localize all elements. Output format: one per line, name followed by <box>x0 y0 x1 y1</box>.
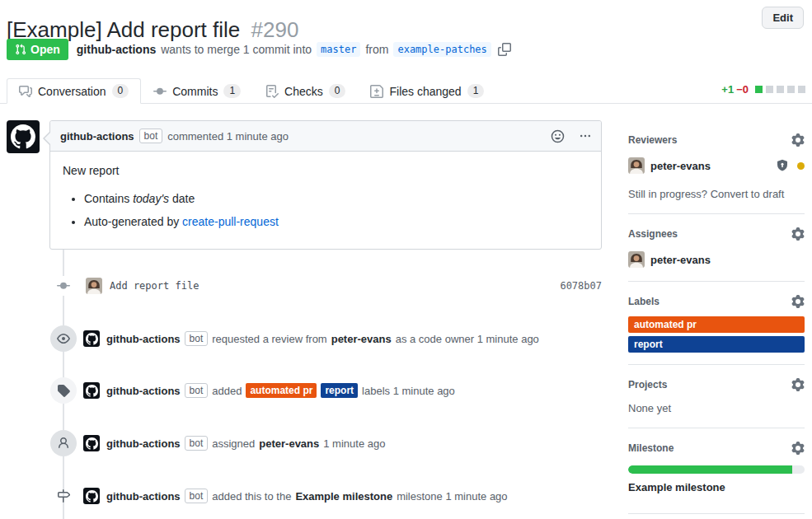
gear-icon[interactable] <box>791 378 805 391</box>
pr-sidebar: Reviewers peter-evans Still in progress?… <box>628 133 805 519</box>
timeline-event-labels-added: github-actions bot added automated pr re… <box>0 377 602 404</box>
bot-badge: bot <box>139 129 163 143</box>
assignee-name[interactable]: peter-evans <box>650 254 711 266</box>
event-text: milestone 1 minute ago <box>397 490 507 503</box>
gear-icon[interactable] <box>791 442 805 455</box>
pr-state-label: Open <box>31 43 60 56</box>
comment-header: github-actions bot commented 1 minute ag… <box>50 121 601 152</box>
copy-icon <box>498 43 511 56</box>
avatar[interactable] <box>7 120 40 153</box>
tab-files-changed[interactable]: Files changed 1 <box>358 78 496 104</box>
file-diff-icon <box>370 85 383 98</box>
pr-tabnav: Conversation 0 Commits 1 Checks 0 Files … <box>0 78 812 104</box>
tab-label: Conversation <box>38 85 106 98</box>
event-actor[interactable]: github-actions <box>106 437 181 450</box>
bot-badge: bot <box>185 383 209 398</box>
emoji-reaction-button[interactable] <box>551 129 565 143</box>
copy-branch-button[interactable] <box>496 43 513 56</box>
reviewers-title: Reviewers <box>628 134 677 146</box>
tab-checks[interactable]: Checks 0 <box>253 78 358 104</box>
diffstat-block <box>777 86 784 93</box>
avatar[interactable] <box>83 488 100 504</box>
merge-text: wants to merge 1 commit into <box>161 43 312 56</box>
edit-button[interactable]: Edit <box>762 7 804 29</box>
base-branch-label[interactable]: master <box>317 42 360 57</box>
event-subject[interactable]: peter-evans <box>259 437 319 450</box>
tab-counter: 0 <box>112 84 129 98</box>
commit-row: Add report file 6078b07 <box>0 274 602 297</box>
diffstat-block <box>798 86 805 93</box>
person-icon <box>50 430 77 456</box>
comment-author[interactable]: github-actions <box>60 130 134 143</box>
label-automated-pr[interactable]: automated pr <box>628 316 805 333</box>
diffstat-deletions: −0 <box>736 83 749 96</box>
bullet-text: date <box>172 192 195 205</box>
code-owner-shield-icon <box>776 159 789 172</box>
avatar[interactable] <box>83 382 100 399</box>
sidebar-section-projects: Projects None yet <box>628 378 805 428</box>
comment-intro: New report <box>63 164 589 177</box>
event-text: added <box>212 385 242 397</box>
event-subject[interactable]: peter-evans <box>331 333 392 345</box>
tab-counter: 1 <box>223 84 241 98</box>
avatar[interactable] <box>628 251 645 268</box>
diffstat-block <box>787 86 795 93</box>
label-report[interactable]: report <box>321 383 358 398</box>
projects-title: Projects <box>628 379 667 390</box>
event-actor[interactable]: github-actions <box>106 333 181 345</box>
bullet-emphasis: today's <box>133 192 169 205</box>
tab-label: Commits <box>172 85 218 98</box>
comment-meta: commented 1 minute ago <box>167 130 289 143</box>
pr-meta: Open github-actions wants to merge 1 com… <box>7 39 513 60</box>
smiley-icon <box>551 129 565 143</box>
avatar[interactable] <box>83 435 100 451</box>
tab-label: Files changed <box>389 85 461 98</box>
gear-icon[interactable] <box>791 227 805 241</box>
event-actor[interactable]: github-actions <box>106 490 181 503</box>
event-text: requested a review from <box>212 333 326 345</box>
tab-commits[interactable]: Commits 1 <box>141 78 253 104</box>
avatar[interactable] <box>628 157 645 174</box>
labels-title: Labels <box>628 296 659 307</box>
gear-icon[interactable] <box>791 295 805 308</box>
tag-icon <box>50 377 77 404</box>
tab-label: Checks <box>284 85 323 98</box>
sidebar-section-milestone: Milestone Example milestone <box>628 442 805 514</box>
pending-review-dot <box>797 162 805 170</box>
bullet-text: Auto-generated by <box>84 215 179 228</box>
label-automated-pr[interactable]: automated pr <box>246 383 317 398</box>
git-commit-icon <box>153 85 167 98</box>
comment-bullet: Contains today's date <box>84 190 589 207</box>
from-text: from <box>365 43 388 56</box>
milestone-title: Milestone <box>628 442 674 454</box>
commit-message-link[interactable]: Add report file <box>110 280 199 292</box>
timeline-event-review-requested: github-actions bot requested a review fr… <box>0 325 602 352</box>
reviewer-row: peter-evans <box>628 157 805 174</box>
reviewer-name[interactable]: peter-evans <box>650 160 711 172</box>
sidebar-section-assignees: Assignees peter-evans <box>628 227 805 282</box>
assignee-row: peter-evans <box>628 251 805 268</box>
comment-options-button[interactable] <box>580 130 591 142</box>
tab-conversation[interactable]: Conversation 0 <box>7 78 141 104</box>
milestone-name-link[interactable]: Example milestone <box>628 481 805 493</box>
event-actor[interactable]: github-actions <box>106 385 181 397</box>
avatar[interactable] <box>83 330 100 347</box>
conversation-timeline: github-actions bot commented 1 minute ag… <box>0 112 614 519</box>
gear-icon[interactable] <box>791 133 805 147</box>
tab-counter: 1 <box>467 84 485 98</box>
comment-body: New report Contains today's date Auto-ge… <box>50 152 601 249</box>
bot-badge: bot <box>185 489 209 503</box>
label-report[interactable]: report <box>628 336 805 353</box>
diffstat: +1 −0 <box>721 83 805 96</box>
head-branch-label[interactable]: example-patches <box>393 42 490 57</box>
eye-icon <box>50 325 77 352</box>
convert-to-draft-link[interactable]: Convert to draft <box>711 188 785 200</box>
avatar[interactable] <box>86 278 102 294</box>
pull-request-icon <box>15 44 26 55</box>
event-subject[interactable]: Example milestone <box>295 490 392 503</box>
event-text: 1 minute ago <box>323 437 385 450</box>
milestone-progress-bar <box>628 465 805 474</box>
commit-sha-link[interactable]: 6078b07 <box>560 280 602 292</box>
pr-state-badge: Open <box>7 39 68 60</box>
create-pull-request-link[interactable]: create-pull-request <box>182 215 279 228</box>
